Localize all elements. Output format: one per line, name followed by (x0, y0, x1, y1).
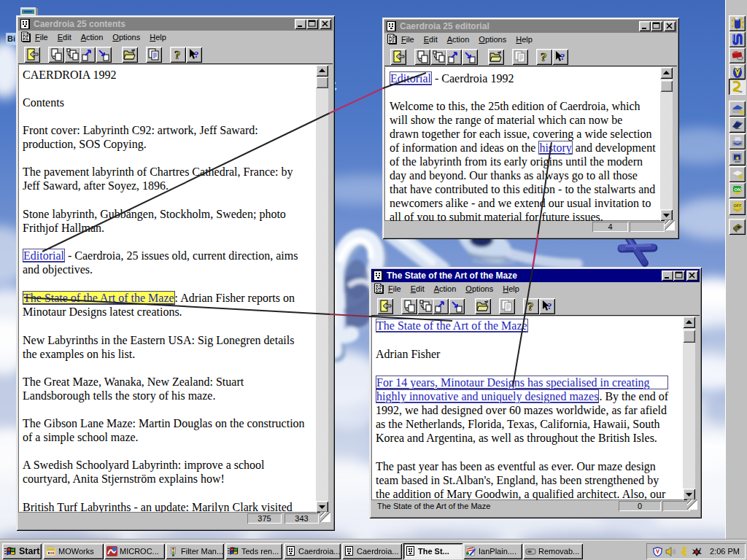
svg-text:ON: ON (735, 187, 741, 192)
svg-text:OFF: OFF (734, 203, 743, 208)
